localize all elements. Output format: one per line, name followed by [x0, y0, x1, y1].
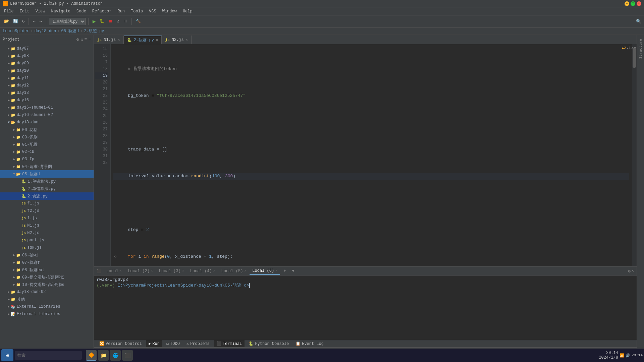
menu-code[interactable]: Code — [74, 8, 89, 14]
menu-help[interactable]: Help — [180, 8, 195, 14]
menu-vcs[interactable]: VCS — [146, 8, 159, 14]
tree-item-ext-libs[interactable]: ▶ 📚 External Libraries — [0, 303, 94, 310]
tree-item-l[interactable]: ▶ js l.js — [0, 215, 94, 222]
close-local4[interactable]: × — [213, 269, 215, 273]
close-local5[interactable]: × — [244, 269, 246, 273]
terminal-local-tab[interactable]: Local × — [104, 267, 124, 275]
add-terminal-button[interactable]: + — [281, 267, 288, 275]
taskbar-search[interactable] — [15, 351, 82, 360]
tree-item-day16-s1[interactable]: ▶ 📁 day16-shumei-01 — [0, 104, 94, 111]
close-tab-n2[interactable]: × — [186, 38, 188, 42]
sort-icon[interactable]: ⇅ — [80, 37, 83, 42]
close-tab-track[interactable]: × — [156, 38, 158, 42]
tree-item-other[interactable]: ▶ 📁 其他 — [0, 296, 94, 303]
terminal-local3-tab[interactable]: Local (3) × — [156, 267, 187, 275]
terminal-local4-tab[interactable]: Local (4) × — [187, 267, 218, 275]
tray-network[interactable]: 📶 — [620, 353, 624, 358]
tree-item-sdk[interactable]: ▶ js sdk.js — [0, 244, 94, 251]
terminal-settings-icon[interactable]: ⚙ — [628, 268, 631, 274]
tree-item-00-shi[interactable]: ▶ 📁 00-识别 — [0, 133, 94, 141]
close-local2[interactable]: × — [151, 269, 153, 273]
tree-item-06[interactable]: ▶ 📁 06-破w1 — [0, 251, 94, 259]
collapse-icon[interactable]: ≡ — [84, 37, 87, 42]
close-local[interactable]: × — [120, 269, 122, 273]
tree-item-f2[interactable]: ▶ js f2.js — [0, 207, 94, 215]
branch-select[interactable]: 1.单错算法.py — [49, 18, 86, 25]
tree-item-day09[interactable]: ▶ 📁 day09 — [0, 60, 94, 67]
menu-navigate[interactable]: Navigate — [48, 8, 73, 14]
tab-n1-js[interactable]: js N1.js × — [94, 36, 124, 44]
tree-item-07[interactable]: ▶ 📁 07-轨迹f — [0, 259, 94, 266]
tree-item-day12[interactable]: ▶ 📁 day12 — [0, 82, 94, 89]
sys-python-console[interactable]: 🐍Python Console — [246, 340, 291, 348]
tree-item-2-single[interactable]: ▶ 🐍 2.单错算法.py — [0, 185, 94, 192]
tree-item-08[interactable]: ▶ 📁 08-轨迹ext — [0, 266, 94, 274]
tree-item-05[interactable]: ▼ 📂 05-轨迹d — [0, 170, 94, 178]
close-sidebar-icon[interactable]: − — [88, 37, 91, 42]
terminal-local2-tab[interactable]: Local (2) × — [125, 267, 156, 275]
tree-item-09[interactable]: ▶ 📁 09-提交滑块-识别率低 — [0, 274, 94, 281]
debug-button[interactable]: 🐛 — [98, 18, 106, 24]
scrollbar-thumb[interactable] — [633, 48, 636, 68]
menu-window[interactable]: Window — [160, 8, 179, 14]
minimize-button[interactable]: − — [625, 1, 629, 6]
sys-problems[interactable]: ⚠Problems — [184, 340, 212, 348]
menu-tools[interactable]: Tools — [128, 8, 146, 14]
tree-item-10[interactable]: ▶ 📁 10-提交滑块-高识别率 — [0, 281, 94, 288]
tree-item-day13[interactable]: ▶ 📁 day13 — [0, 89, 94, 97]
tree-item-03-fp[interactable]: ▶ 📁 03-fp — [0, 156, 94, 163]
tree-item-1-single[interactable]: ▶ 🐍 1.单错算法.py — [0, 178, 94, 185]
sys-terminal[interactable]: ⬛Terminal — [214, 340, 245, 348]
terminal-close-icon[interactable]: × — [631, 268, 634, 274]
tab-2-track[interactable]: 🐍 2.轨迹.py × — [124, 36, 162, 44]
breadcrumb-day18[interactable]: day18-dun — [34, 29, 56, 34]
breadcrumb-file[interactable]: 2.轨迹.py — [84, 28, 104, 34]
terminal-dropdown-button[interactable]: ▼ — [289, 267, 297, 275]
menu-refactor[interactable]: Refactor — [90, 8, 114, 14]
maximize-button[interactable]: □ — [631, 1, 635, 6]
terminal-local6-tab[interactable]: Local (6) × — [250, 267, 280, 275]
code-content[interactable]: # 背景请求返回的token bg_token = "f6f797acea614… — [111, 44, 632, 266]
sys-todo[interactable]: ☑TODO — [164, 340, 182, 348]
tree-item-day07[interactable]: ▶ 📁 day07 — [0, 45, 94, 52]
taskbar-pycharm[interactable]: 🔶 — [86, 350, 97, 361]
run-button[interactable]: ▶ — [91, 17, 97, 25]
taskbar-terminal[interactable]: ⬛ — [122, 350, 133, 361]
taskbar-browser[interactable]: 🌐 — [110, 350, 121, 361]
stop-button[interactable]: ⏹ — [107, 18, 114, 24]
search-icon[interactable]: 🔍 — [636, 19, 641, 24]
pause-button[interactable]: ⏸ — [122, 18, 129, 24]
close-button[interactable]: × — [637, 1, 641, 6]
tree-item-01-pei[interactable]: ▶ 📁 01-配置 — [0, 141, 94, 148]
breadcrumb-05[interactable]: 05-轨迹d — [61, 28, 79, 34]
menu-file[interactable]: File — [1, 8, 16, 14]
sys-version-control[interactable]: 🔀Version Control — [97, 340, 145, 348]
back-button[interactable]: ← — [32, 18, 37, 24]
tree-item-n1[interactable]: ▶ js N1.js — [0, 222, 94, 229]
build-button[interactable]: 🔨 — [135, 18, 142, 24]
tree-item-n2[interactable]: ▶ js N2.js — [0, 229, 94, 237]
menu-run[interactable]: Run — [115, 8, 127, 14]
sys-event-log[interactable]: 📋Event Log — [293, 340, 326, 348]
tree-item-04[interactable]: ▶ 📁 04-请求-背景图 — [0, 163, 94, 170]
close-local6[interactable]: × — [275, 269, 277, 273]
tree-item-f1[interactable]: ▶ js f1.js — [0, 200, 94, 207]
refresh-button[interactable]: ↻ — [21, 18, 26, 24]
tree-item-scratches[interactable]: ▶ 📝 External Libraries — [0, 310, 94, 318]
open-folder-button[interactable]: 📂 — [3, 18, 10, 24]
code-editor[interactable]: 15 16 17 18 19 20 21 22 23 24 25 26 27 2… — [94, 44, 637, 266]
forward-button[interactable]: → — [38, 18, 43, 24]
tree-item-part[interactable]: ▶ js part.js — [0, 237, 94, 244]
tab-n2-js[interactable]: js N2.js × — [162, 36, 192, 44]
sys-run[interactable]: ▶Run — [146, 340, 162, 348]
tree-item-2-track[interactable]: ▶ 🐍 2.轨迹.py — [0, 192, 94, 200]
start-button[interactable]: ⊞ — [1, 349, 13, 361]
structure-tab[interactable]: Structure — [637, 36, 644, 61]
tree-item-day08[interactable]: ▶ 📁 day08 — [0, 52, 94, 60]
tree-item-day11[interactable]: ▶ 📁 day11 — [0, 74, 94, 82]
tree-item-day16[interactable]: ▶ 📁 day16 — [0, 97, 94, 104]
menu-edit[interactable]: Edit — [17, 8, 32, 14]
terminal-local5-tab[interactable]: Local (5) × — [219, 267, 249, 275]
tree-item-day18-02[interactable]: ▶ 📁 day18-dun-02 — [0, 288, 94, 296]
menu-view[interactable]: View — [33, 8, 48, 14]
